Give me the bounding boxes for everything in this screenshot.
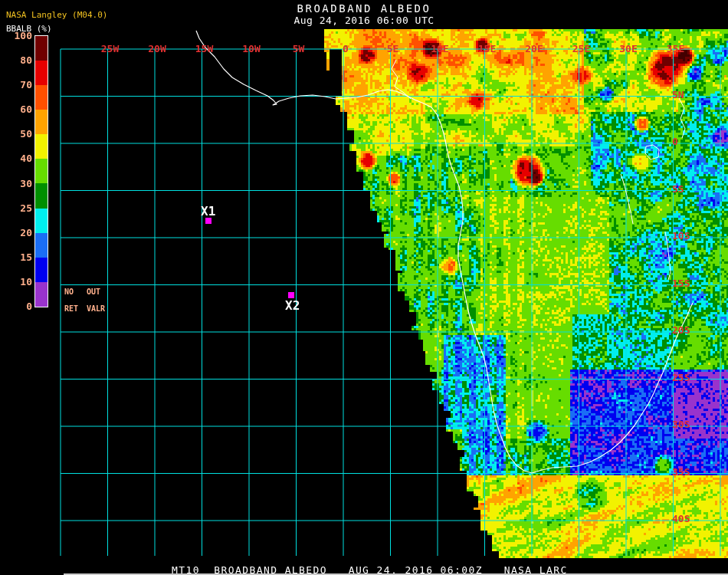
colorbar-tick-label: 0 [5,301,32,312]
lat-label: 25S [672,372,690,383]
lon-label: 5W [293,43,305,54]
colorbar-segment [35,183,48,208]
albedo-colorbar [34,35,48,307]
no-retrieval-legend-word: RET [64,304,78,313]
colorbar-segment [35,36,48,61]
lon-label: 30E [619,43,637,54]
marker-x2[interactable] [288,292,294,298]
colorbar-segment [35,282,48,307]
lake-outline [679,98,685,138]
lon-label: 20W [148,43,166,54]
colorbar-segment [35,209,48,233]
lake-outline [665,232,671,280]
lat-label: 0 [672,136,678,147]
colorbar-segment [35,61,48,85]
agency-label: NASA Langley (M04.0) [6,10,107,20]
lon-label: 10E [431,43,448,54]
lat-label: 40S [672,513,690,524]
lon-label: 20E [525,43,543,54]
lat-label: 15S [672,278,690,289]
coastline [196,31,693,473]
colorbar-tick-label: 50 [5,128,32,140]
albedo-viewer-window: 25W20W15W10W5W05E10E15E20E25E30E35E5N05S… [0,0,728,575]
lat-label: 20S [672,324,690,336]
colorbar-segment [35,233,48,258]
lat-label: 5N [672,89,684,100]
colorbar-tick-label: 100 [5,30,32,41]
colorbar-tick-label: 70 [5,79,32,90]
marker-label-x1: X1 [201,204,215,219]
lon-label: 5E [387,43,399,54]
colorbar-tick-label: 80 [5,54,32,66]
page-subtitle: Aug 24, 2016 06:00 UTC [0,15,728,26]
lon-label: 25E [572,43,590,54]
lon-label: 25W [101,43,120,54]
no-retrieval-legend-word: VALR [87,304,105,313]
lake-outline [621,174,633,224]
no-retrieval-legend-word: NO [64,288,74,296]
lat-label: 30S [672,419,690,430]
colorbar-tick-label: 40 [5,153,32,164]
marker-label-x2: X2 [285,298,300,313]
colorbar-segment [35,85,48,110]
colorbar-tick-label: 20 [5,227,32,238]
lat-label: 35S [672,466,690,478]
lon-label: 0 [343,43,349,54]
no-retrieval-legend-word: OUT [87,288,100,296]
map-grid-overlay: 25W20W15W10W5W05E10E15E20E25E30E35E5N05S… [0,0,728,575]
colorbar-tick-label: 30 [5,178,32,189]
colorbar-segment [35,159,48,183]
colorbar-tick-label: 25 [5,202,32,214]
lake-outline [645,145,659,159]
marker-x1[interactable] [205,218,212,224]
lon-label: 35E [667,43,684,54]
colorbar-tick-label: 15 [5,251,32,263]
colorbar-tick-label: 60 [5,104,32,115]
lat-label: 5S [672,183,684,195]
lon-label: 15W [195,43,214,54]
lon-label: 10W [242,43,261,54]
lat-label: 10S [672,230,690,242]
colorbar-segment [35,110,48,134]
lon-label: 15E [478,43,496,54]
colorbar-tick-label: 10 [5,276,32,288]
colorbar-segment [35,258,48,282]
colorbar-segment [35,134,48,159]
page-title: BROADBAND ALBEDO [0,2,728,15]
